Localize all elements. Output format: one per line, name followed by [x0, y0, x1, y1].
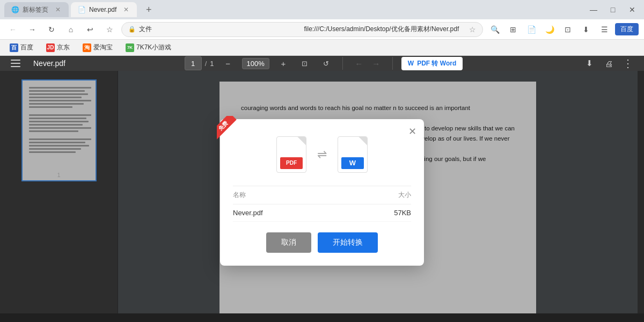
- address-url: file:///C:/Users/admin/Desktop/优化备用素材/Ne…: [304, 25, 466, 34]
- bookmark-taobao-label: 爱淘宝: [93, 43, 113, 52]
- baidu-label: 百度: [620, 25, 633, 34]
- file-table: 名称 大小 Never.pdf 57KB: [233, 186, 411, 222]
- pdf-title: Never.pdf: [33, 59, 65, 68]
- pdf-content: 1 couraging words and words to reach his…: [0, 71, 644, 313]
- zoom-out-button[interactable]: −: [221, 56, 236, 71]
- address-input[interactable]: 🔒 文件 file:///C:/Users/admin/Desktop/优化备用…: [121, 22, 483, 37]
- back-button[interactable]: ←: [5, 22, 20, 37]
- col-size-header: 大小: [379, 191, 411, 200]
- tab-favicon-1: 🌐: [11, 5, 19, 14]
- tab-label-2: Never.pdf: [89, 6, 116, 13]
- tab-new-tab[interactable]: 🌐 新标签页 ✕: [4, 2, 69, 17]
- minimize-button[interactable]: —: [586, 2, 601, 17]
- bookmark-7k7k-label: 7K7K小游戏: [136, 43, 171, 52]
- zoom-in-button[interactable]: +: [276, 56, 291, 71]
- file-table-row: Never.pdf 57KB: [233, 204, 411, 222]
- moon-icon[interactable]: 🌙: [542, 22, 557, 37]
- maximize-button[interactable]: □: [605, 2, 620, 17]
- prev-page-button[interactable]: ←: [352, 56, 367, 71]
- cancel-button[interactable]: 取消: [266, 232, 311, 253]
- pdf-toolbar-right: ⬇ 🖨 ⋮: [582, 56, 635, 71]
- baidu-favicon: 百: [10, 43, 18, 52]
- modal-close-button[interactable]: ✕: [408, 126, 416, 137]
- tab-new-button[interactable]: +: [141, 2, 156, 17]
- file-name: Never.pdf: [233, 209, 379, 217]
- tab-never-pdf[interactable]: 📄 Never.pdf ✕: [71, 2, 137, 17]
- taobao-favicon: 淘: [83, 43, 91, 52]
- bookmarks-bar: 百 百度 JD 京东 淘 爱淘宝 7K 7K7K小游戏: [0, 40, 644, 56]
- sidebar-toggle-button[interactable]: [9, 57, 23, 69]
- word-badge: W: [341, 157, 364, 169]
- bookmark-jd-label: 京东: [57, 43, 70, 52]
- modal-icons: PDF ⇌ W: [233, 136, 411, 173]
- home-button[interactable]: ⌂: [63, 22, 78, 37]
- pdf-more-button[interactable]: ⋮: [620, 56, 635, 71]
- fit-page-button[interactable]: ⊡: [297, 56, 312, 71]
- toolbar-divider-2: [392, 57, 393, 70]
- browser-chrome: 🌐 新标签页 ✕ 📄 Never.pdf ✕ + — □ ✕ ← → ↻ ⌂ ↩…: [0, 0, 644, 56]
- address-protocol: 文件: [139, 25, 301, 34]
- 7k7k-favicon: 7K: [126, 43, 134, 52]
- jd-favicon: JD: [46, 43, 55, 52]
- col-name-header: 名称: [233, 191, 379, 200]
- address-bar: ← → ↻ ⌂ ↩ ☆ 🔒 文件 file:///C:/Users/admin/…: [0, 19, 644, 40]
- pdf-badge-label: PDF: [286, 160, 297, 166]
- page-number-input[interactable]: [185, 56, 202, 70]
- refresh-button[interactable]: ↻: [44, 22, 59, 37]
- pdf-icon[interactable]: 📄: [524, 22, 539, 37]
- pdf-viewer: Never.pdf / 1 − 100% + ⊡ ↺ ← → W PDF 转 W…: [0, 56, 644, 298]
- page-controls: / 1: [185, 56, 214, 70]
- pdf-print-button[interactable]: 🖨: [601, 56, 616, 71]
- page-total: 1: [210, 60, 214, 68]
- bookmark-taobao[interactable]: 淘 爱淘宝: [79, 42, 116, 53]
- convert-button[interactable]: 开始转换: [318, 232, 378, 253]
- word-icon: W: [408, 60, 414, 67]
- convert-btn-label: PDF 转 Word: [417, 59, 456, 68]
- file-size: 57KB: [379, 209, 411, 217]
- bookmark-7k7k[interactable]: 7K 7K7K小游戏: [122, 42, 174, 53]
- tab-favicon-2: 📄: [77, 5, 86, 14]
- tab-label-1: 新标签页: [23, 5, 48, 14]
- modal-overlay: 免费 ✕ PDF ⇌ W: [0, 71, 644, 313]
- free-ribbon: 免费: [217, 116, 245, 144]
- close-button[interactable]: ✕: [625, 2, 640, 17]
- convert-modal: 免费 ✕ PDF ⇌ W: [220, 119, 424, 266]
- search-icon[interactable]: 🔍: [487, 22, 502, 37]
- tab-close-2[interactable]: ✕: [122, 5, 130, 14]
- bookmark-baidu[interactable]: 百 百度: [6, 42, 36, 53]
- zoom-value: 100%: [242, 58, 269, 69]
- apps-icon[interactable]: ⊞: [506, 22, 521, 37]
- pdf-to-word-button[interactable]: W PDF 转 Word: [401, 57, 463, 70]
- tab-bar: 🌐 新标签页 ✕ 📄 Never.pdf ✕ + — □ ✕: [0, 0, 644, 19]
- star-icon[interactable]: ☆: [469, 25, 476, 34]
- menu-icon[interactable]: ☰: [597, 22, 612, 37]
- baidu-button[interactable]: 百度: [615, 23, 639, 35]
- toolbar-divider: [342, 57, 343, 70]
- page-separator: /: [205, 60, 207, 68]
- bookmark-baidu-label: 百度: [20, 43, 33, 52]
- tab-bar-right: — □ ✕: [586, 2, 640, 17]
- lock-icon: 🔒: [128, 26, 136, 33]
- free-ribbon-label: 免费: [217, 116, 237, 140]
- convert-arrow-icon: ⇌: [317, 148, 327, 162]
- word-badge-label: W: [349, 159, 356, 167]
- pdf-file-icon: PDF: [276, 136, 306, 173]
- close-icon: ✕: [408, 126, 416, 137]
- address-right-buttons: 🔍 ⊞ 📄 🌙 ⊡ ⬇ ☰ 百度: [487, 22, 639, 37]
- download-icon[interactable]: ⬇: [579, 22, 594, 37]
- pdf-badge: PDF: [280, 157, 303, 169]
- forward-button[interactable]: →: [25, 22, 40, 37]
- pdf-nav: ← →: [352, 56, 384, 71]
- modal-buttons: 取消 开始转换: [233, 232, 411, 253]
- crop-icon[interactable]: ⊡: [560, 22, 575, 37]
- next-page-button[interactable]: →: [369, 56, 384, 71]
- bookmark-button[interactable]: ☆: [102, 22, 117, 37]
- bookmark-jd[interactable]: JD 京东: [43, 42, 73, 53]
- word-file-icon: W: [338, 136, 368, 173]
- file-table-header: 名称 大小: [233, 186, 411, 204]
- pdf-toolbar: Never.pdf / 1 − 100% + ⊡ ↺ ← → W PDF 转 W…: [0, 56, 644, 71]
- pdf-download-button[interactable]: ⬇: [582, 56, 597, 71]
- rotate-button[interactable]: ↺: [319, 56, 334, 71]
- tab-close-1[interactable]: ✕: [54, 5, 62, 14]
- history-button[interactable]: ↩: [83, 22, 98, 37]
